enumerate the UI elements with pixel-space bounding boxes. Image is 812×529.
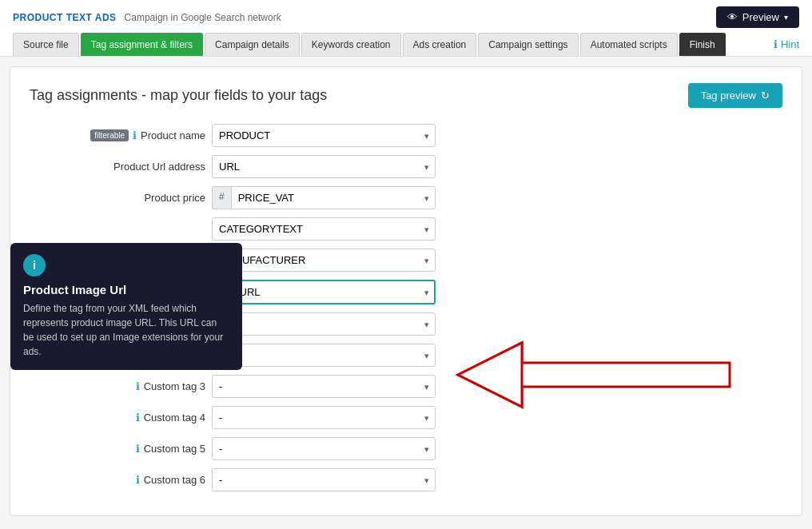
field-row-custom-tag-6: ℹ Custom tag 6 - PRODUCT URL ▾	[30, 468, 782, 491]
select-wrapper-custom-tag-5: - PRODUCT URL ▾	[212, 437, 436, 460]
select-wrapper-manufacturer: MANUFACTURER PRODUCT URL - ▾	[212, 249, 436, 272]
select-with-prefix-price: # PRICE_VAT PRODUCT URL - ▾	[212, 186, 436, 209]
filterable-badge: filterable	[90, 129, 129, 141]
select-product-name[interactable]: PRODUCT URL PRICE_VAT CATEGORYTEXT MANUF…	[212, 124, 436, 147]
info-icon-custom-tag-3[interactable]: ℹ	[136, 380, 140, 392]
eye-icon: 👁	[727, 11, 738, 23]
tab-finish[interactable]: Finish	[679, 33, 726, 56]
tab-ads-creation[interactable]: Ads creation	[403, 33, 477, 56]
select-manufacturer[interactable]: MANUFACTURER PRODUCT URL -	[212, 249, 436, 272]
select-custom-tag-2[interactable]: - PRODUCT URL	[231, 344, 436, 367]
tab-automated-scripts[interactable]: Automated scripts	[580, 33, 678, 56]
hint-link[interactable]: ℹ Hint	[774, 38, 799, 50]
field-label-custom-tag-6: Custom tag 6	[144, 474, 205, 486]
field-row-custom-tag-4: ℹ Custom tag 4 - PRODUCT URL ▾	[30, 406, 782, 429]
refresh-icon: ↻	[761, 89, 770, 101]
nav-tabs: Source file Tag assignment & filters Cam…	[13, 33, 799, 56]
field-row-product-url: Product Url address URL PRODUCT PRICE_VA…	[30, 155, 782, 178]
select-product-url[interactable]: URL PRODUCT PRICE_VAT -	[212, 155, 436, 178]
field-row-custom-tag-5: ℹ Custom tag 5 - PRODUCT URL ▾	[30, 437, 782, 460]
hash-prefix-price: #	[212, 186, 231, 209]
select-with-prefix-ct2: # - PRODUCT URL ▾	[212, 344, 436, 367]
select-custom-tag-4[interactable]: - PRODUCT URL	[212, 406, 436, 429]
tooltip-body: Define the tag from your XML feed which …	[23, 301, 229, 359]
tab-tag-assignment[interactable]: Tag assignment & filters	[81, 33, 203, 56]
main-content: Tag assignments - map your fields to you…	[10, 66, 802, 516]
info-icon-custom-tag-4[interactable]: ℹ	[136, 412, 140, 424]
field-label-custom-tag-3: Custom tag 3	[144, 380, 205, 392]
select-custom-tag-1[interactable]: - PRODUCT URL	[231, 312, 436, 336]
select-with-prefix-ct1: # - PRODUCT URL ▾	[212, 312, 436, 336]
tab-keywords-creation[interactable]: Keywords creation	[301, 33, 401, 56]
field-label-custom-tag-5: Custom tag 5	[144, 443, 205, 455]
tab-source-file[interactable]: Source file	[13, 33, 79, 56]
info-icon-custom-tag-6[interactable]: ℹ	[136, 474, 140, 486]
select-custom-tag-5[interactable]: - PRODUCT URL	[212, 437, 436, 460]
top-bar: PRODUCT TEXT ADS Campaign in Google Sear…	[0, 0, 812, 57]
field-row-product-price: Product price # PRICE_VAT PRODUCT URL - …	[30, 186, 782, 209]
select-product-price[interactable]: PRICE_VAT PRODUCT URL -	[231, 186, 436, 209]
tooltip-info-icon: i	[23, 254, 46, 276]
info-icon-custom-tag-5[interactable]: ℹ	[136, 443, 140, 455]
tag-preview-button[interactable]: Tag preview ↻	[688, 83, 782, 108]
field-row-product-name: filterable ℹ Product name PRODUCT URL PR…	[30, 124, 782, 147]
field-label-custom-tag-4: Custom tag 4	[144, 412, 205, 424]
brand-name: PRODUCT TEXT ADS	[13, 12, 117, 23]
select-wrapper-product-url: URL PRODUCT PRICE_VAT - ▾	[212, 155, 436, 178]
select-wrapper-categorytext: CATEGORYTEXT PRODUCT URL - ▾	[212, 217, 436, 241]
field-label-product-url: Product Url address	[113, 161, 205, 173]
select-wrapper-product-name: PRODUCT URL PRICE_VAT CATEGORYTEXT MANUF…	[212, 124, 436, 147]
select-wrapper-product-image-url: IMGURL PRODUCT URL - ▾	[212, 280, 436, 304]
select-product-image-url[interactable]: IMGURL PRODUCT URL -	[212, 280, 436, 304]
select-wrapper-custom-tag-6: - PRODUCT URL ▾	[212, 468, 436, 491]
page-title: Tag assignments - map your fields to you…	[30, 87, 327, 104]
field-row-custom-tag-3: ℹ Custom tag 3 - PRODUCT URL ▾	[30, 375, 782, 398]
info-icon-product-name[interactable]: ℹ	[133, 129, 137, 141]
preview-button[interactable]: 👁 Preview ▾	[716, 6, 799, 28]
brand-subtitle: Campaign in Google Search network	[125, 12, 281, 23]
field-row-categorytext: CATEGORYTEXT PRODUCT URL - ▾	[30, 217, 782, 241]
select-custom-tag-6[interactable]: - PRODUCT URL	[212, 468, 436, 491]
tab-campaign-details[interactable]: Campaign details	[205, 33, 300, 56]
content-header: Tag assignments - map your fields to you…	[30, 83, 782, 108]
info-circle-icon: ℹ	[774, 38, 778, 50]
field-label-product-name: Product name	[141, 129, 205, 141]
tooltip-title: Product Image Url	[23, 283, 229, 296]
chevron-down-icon: ▾	[784, 13, 788, 22]
tab-campaign-settings[interactable]: Campaign settings	[478, 33, 578, 56]
select-categorytext[interactable]: CATEGORYTEXT PRODUCT URL -	[212, 217, 436, 241]
field-label-product-price: Product price	[144, 192, 205, 204]
select-custom-tag-3[interactable]: - PRODUCT URL	[212, 375, 436, 398]
select-wrapper-custom-tag-4: - PRODUCT URL ▾	[212, 406, 436, 429]
select-wrapper-custom-tag-3: - PRODUCT URL ▾	[212, 375, 436, 398]
tooltip-overlay: i Product Image Url Define the tag from …	[10, 243, 242, 370]
brand-area: PRODUCT TEXT ADS Campaign in Google Sear…	[13, 12, 281, 23]
